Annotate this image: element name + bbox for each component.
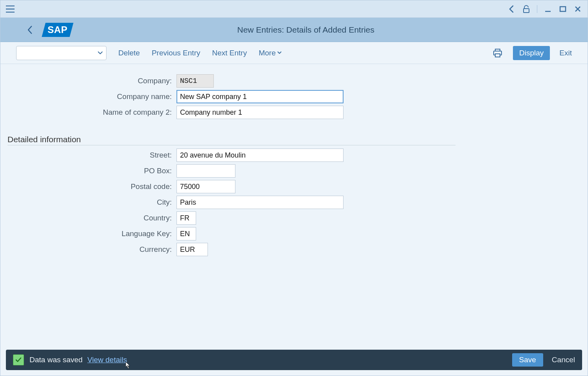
view-details-link[interactable]: View details — [87, 356, 127, 364]
minimize-icon[interactable] — [542, 3, 554, 15]
close-icon[interactable] — [572, 3, 584, 15]
street-label: Street: — [7, 151, 176, 160]
command-dropdown[interactable] — [16, 46, 107, 60]
pobox-field[interactable] — [176, 164, 235, 178]
cursor-icon — [124, 361, 131, 370]
company-name-field[interactable] — [176, 90, 344, 103]
status-bar: Data was saved View details Save Cancel — [6, 350, 582, 370]
unlock-icon[interactable] — [520, 3, 532, 15]
divider — [537, 5, 537, 13]
city-field[interactable] — [176, 196, 344, 209]
toolbar: Delete Previous Entry Next Entry More Di… — [0, 42, 588, 64]
save-button[interactable]: Save — [512, 353, 543, 367]
company-name-label: Company name: — [7, 92, 176, 101]
postal-field[interactable] — [176, 180, 235, 193]
body: Company: Company name: Name of company 2… — [0, 64, 588, 350]
sap-logo: SAP — [42, 23, 74, 37]
page-header: SAP New Entries: Details of Added Entrie… — [0, 18, 588, 42]
chevron-down-icon — [97, 51, 103, 55]
status-text: Data was saved — [29, 356, 83, 364]
section-title-detailed: Detailed information — [7, 135, 456, 145]
cancel-button[interactable]: Cancel — [552, 356, 575, 364]
city-label: City: — [7, 198, 176, 207]
pobox-label: PO Box: — [7, 167, 176, 175]
more-button[interactable]: More — [259, 49, 282, 57]
print-icon[interactable] — [492, 47, 503, 59]
previous-entry-button[interactable]: Previous Entry — [152, 49, 200, 57]
svg-rect-4 — [495, 54, 500, 57]
next-entry-button[interactable]: Next Entry — [212, 49, 247, 57]
back-button[interactable] — [24, 24, 36, 36]
prev-session-icon[interactable] — [505, 3, 517, 15]
menu-icon[interactable] — [4, 3, 16, 15]
maximize-icon[interactable] — [557, 3, 569, 15]
svg-rect-1 — [560, 7, 566, 11]
display-button[interactable]: Display — [513, 46, 550, 60]
language-label: Language Key: — [7, 229, 176, 238]
company-name2-label: Name of company 2: — [7, 108, 176, 117]
exit-button[interactable]: Exit — [559, 49, 572, 57]
currency-label: Currency: — [7, 245, 176, 254]
delete-button[interactable]: Delete — [118, 49, 140, 57]
postal-label: Postal code: — [7, 182, 176, 191]
country-field[interactable] — [176, 211, 196, 225]
company-field[interactable] — [176, 74, 214, 88]
street-field[interactable] — [176, 149, 344, 162]
country-label: Country: — [7, 214, 176, 222]
company-name2-field[interactable] — [176, 106, 344, 119]
chevron-down-icon — [277, 51, 282, 55]
system-titlebar — [0, 0, 588, 18]
language-field[interactable] — [176, 227, 196, 240]
company-label: Company: — [7, 77, 176, 85]
page-title: New Entries: Details of Added Entries — [237, 25, 374, 35]
svg-rect-0 — [524, 9, 529, 13]
more-label: More — [259, 49, 276, 57]
success-icon — [13, 354, 24, 365]
currency-field[interactable] — [176, 243, 208, 256]
